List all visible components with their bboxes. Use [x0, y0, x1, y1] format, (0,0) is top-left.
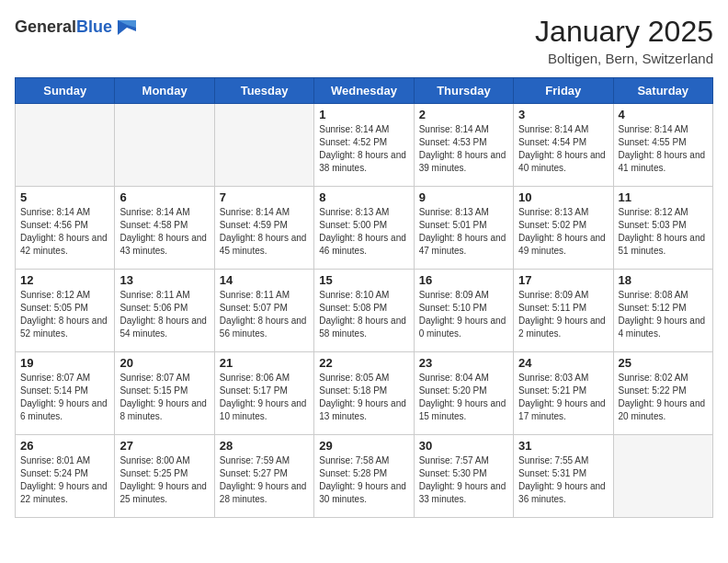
day-info: Sunrise: 8:02 AMSunset: 5:22 PMDaylight:… [619, 372, 708, 423]
calendar-cell [214, 104, 313, 187]
day-number: 28 [220, 439, 309, 453]
day-number: 13 [119, 273, 209, 287]
day-number: 1 [319, 108, 408, 121]
calendar-week-row: 26Sunrise: 8:01 AMSunset: 5:24 PMDayligh… [16, 435, 713, 518]
month-title: January 2025 [535, 15, 713, 49]
day-info: Sunrise: 8:07 AMSunset: 5:15 PMDaylight:… [119, 372, 209, 423]
day-number: 19 [20, 356, 109, 370]
day-number: 4 [619, 108, 708, 121]
day-info: Sunrise: 7:57 AMSunset: 5:30 PMDaylight:… [419, 454, 508, 506]
weekday-header-saturday: Saturday [613, 78, 712, 104]
day-number: 17 [518, 273, 608, 287]
calendar-cell: 17Sunrise: 8:09 AMSunset: 5:11 PMDayligh… [514, 270, 613, 352]
day-number: 5 [20, 190, 109, 204]
day-number: 20 [119, 356, 209, 370]
calendar-cell: 6Sunrise: 8:14 AMSunset: 4:58 PMDaylight… [115, 187, 214, 270]
day-info: Sunrise: 8:14 AMSunset: 4:56 PMDaylight:… [20, 206, 109, 258]
calendar-cell: 22Sunrise: 8:05 AMSunset: 5:18 PMDayligh… [314, 352, 414, 435]
weekday-header-tuesday: Tuesday [214, 78, 313, 104]
day-info: Sunrise: 8:12 AMSunset: 5:05 PMDaylight:… [20, 289, 109, 340]
day-number: 16 [419, 273, 508, 287]
calendar-cell [16, 104, 115, 187]
weekday-header-sunday: Sunday [16, 78, 115, 104]
day-info: Sunrise: 8:06 AMSunset: 5:17 PMDaylight:… [220, 372, 309, 423]
day-info: Sunrise: 8:14 AMSunset: 4:59 PMDaylight:… [220, 206, 309, 258]
calendar-week-row: 1Sunrise: 8:14 AMSunset: 4:52 PMDaylight… [16, 104, 713, 187]
calendar-cell: 12Sunrise: 8:12 AMSunset: 5:05 PMDayligh… [16, 270, 115, 352]
calendar-week-row: 19Sunrise: 8:07 AMSunset: 5:14 PMDayligh… [16, 352, 713, 435]
calendar-header-row: SundayMondayTuesdayWednesdayThursdayFrid… [16, 78, 713, 104]
calendar-cell: 27Sunrise: 8:00 AMSunset: 5:25 PMDayligh… [115, 435, 214, 518]
day-info: Sunrise: 8:13 AMSunset: 5:00 PMDaylight:… [319, 206, 408, 258]
calendar-cell: 31Sunrise: 7:55 AMSunset: 5:31 PMDayligh… [514, 435, 613, 518]
day-info: Sunrise: 8:14 AMSunset: 4:53 PMDaylight:… [419, 123, 508, 175]
day-info: Sunrise: 8:11 AMSunset: 5:07 PMDaylight:… [220, 289, 309, 340]
day-number: 27 [119, 439, 209, 453]
calendar-cell: 11Sunrise: 8:12 AMSunset: 5:03 PMDayligh… [613, 187, 712, 270]
day-info: Sunrise: 8:03 AMSunset: 5:21 PMDaylight:… [518, 372, 608, 423]
day-number: 7 [220, 190, 309, 204]
day-info: Sunrise: 7:59 AMSunset: 5:27 PMDaylight:… [220, 454, 309, 506]
day-info: Sunrise: 8:13 AMSunset: 5:01 PMDaylight:… [419, 206, 508, 258]
calendar-cell: 29Sunrise: 7:58 AMSunset: 5:28 PMDayligh… [314, 435, 414, 518]
calendar-cell: 24Sunrise: 8:03 AMSunset: 5:21 PMDayligh… [514, 352, 613, 435]
day-number: 10 [518, 190, 608, 204]
day-info: Sunrise: 8:07 AMSunset: 5:14 PMDaylight:… [20, 372, 109, 423]
day-info: Sunrise: 8:00 AMSunset: 5:25 PMDaylight:… [119, 454, 209, 506]
calendar-cell: 4Sunrise: 8:14 AMSunset: 4:55 PMDaylight… [613, 104, 712, 187]
day-number: 8 [319, 190, 408, 204]
day-number: 30 [419, 439, 508, 453]
calendar-cell: 1Sunrise: 8:14 AMSunset: 4:52 PMDaylight… [314, 104, 414, 187]
weekday-header-monday: Monday [115, 78, 214, 104]
calendar-cell: 10Sunrise: 8:13 AMSunset: 5:02 PMDayligh… [514, 187, 613, 270]
day-number: 21 [220, 356, 309, 370]
calendar-cell [613, 435, 712, 518]
day-info: Sunrise: 8:09 AMSunset: 5:11 PMDaylight:… [518, 289, 608, 340]
weekday-header-friday: Friday [514, 78, 613, 104]
day-number: 3 [518, 108, 608, 121]
calendar-cell: 2Sunrise: 8:14 AMSunset: 4:53 PMDaylight… [414, 104, 513, 187]
day-info: Sunrise: 8:12 AMSunset: 5:03 PMDaylight:… [619, 206, 708, 258]
day-info: Sunrise: 7:58 AMSunset: 5:28 PMDaylight:… [319, 454, 408, 506]
day-info: Sunrise: 8:14 AMSunset: 4:52 PMDaylight:… [319, 123, 408, 175]
calendar-table: SundayMondayTuesdayWednesdayThursdayFrid… [15, 77, 713, 518]
calendar-cell: 21Sunrise: 8:06 AMSunset: 5:17 PMDayligh… [214, 352, 313, 435]
day-info: Sunrise: 8:14 AMSunset: 4:55 PMDaylight:… [619, 123, 708, 175]
calendar-cell: 13Sunrise: 8:11 AMSunset: 5:06 PMDayligh… [115, 270, 214, 352]
day-info: Sunrise: 8:14 AMSunset: 4:58 PMDaylight:… [119, 206, 209, 258]
logo-blue: Blue [76, 17, 112, 36]
calendar-cell: 25Sunrise: 8:02 AMSunset: 5:22 PMDayligh… [613, 352, 712, 435]
calendar-week-row: 5Sunrise: 8:14 AMSunset: 4:56 PMDaylight… [16, 187, 713, 270]
calendar-cell: 26Sunrise: 8:01 AMSunset: 5:24 PMDayligh… [16, 435, 115, 518]
calendar-cell: 14Sunrise: 8:11 AMSunset: 5:07 PMDayligh… [214, 270, 313, 352]
calendar-cell: 15Sunrise: 8:10 AMSunset: 5:08 PMDayligh… [314, 270, 414, 352]
calendar-cell: 18Sunrise: 8:08 AMSunset: 5:12 PMDayligh… [613, 270, 712, 352]
day-info: Sunrise: 8:08 AMSunset: 5:12 PMDaylight:… [619, 289, 708, 340]
day-number: 11 [619, 190, 708, 204]
calendar-cell: 23Sunrise: 8:04 AMSunset: 5:20 PMDayligh… [414, 352, 513, 435]
day-number: 14 [220, 273, 309, 287]
weekday-header-thursday: Thursday [414, 78, 513, 104]
day-info: Sunrise: 8:04 AMSunset: 5:20 PMDaylight:… [419, 372, 508, 423]
page-header: GeneralBlue January 2025 Boltigen, Bern,… [15, 15, 713, 66]
calendar-week-row: 12Sunrise: 8:12 AMSunset: 5:05 PMDayligh… [16, 270, 713, 352]
calendar-cell: 5Sunrise: 8:14 AMSunset: 4:56 PMDaylight… [16, 187, 115, 270]
calendar-cell: 28Sunrise: 7:59 AMSunset: 5:27 PMDayligh… [214, 435, 313, 518]
day-number: 18 [619, 273, 708, 287]
calendar-cell: 7Sunrise: 8:14 AMSunset: 4:59 PMDaylight… [214, 187, 313, 270]
day-number: 22 [319, 356, 408, 370]
day-info: Sunrise: 8:13 AMSunset: 5:02 PMDaylight:… [518, 206, 608, 258]
day-info: Sunrise: 8:10 AMSunset: 5:08 PMDaylight:… [319, 289, 408, 340]
logo-icon [114, 15, 140, 40]
day-info: Sunrise: 8:05 AMSunset: 5:18 PMDaylight:… [319, 372, 408, 423]
day-number: 2 [419, 108, 508, 121]
calendar-cell [115, 104, 214, 187]
calendar-cell: 20Sunrise: 8:07 AMSunset: 5:15 PMDayligh… [115, 352, 214, 435]
day-number: 26 [20, 439, 109, 453]
day-info: Sunrise: 8:14 AMSunset: 4:54 PMDaylight:… [518, 123, 608, 175]
title-block: January 2025 Boltigen, Bern, Switzerland [535, 15, 713, 66]
day-number: 6 [119, 190, 209, 204]
day-number: 12 [20, 273, 109, 287]
day-info: Sunrise: 8:01 AMSunset: 5:24 PMDaylight:… [20, 454, 109, 506]
calendar-cell: 30Sunrise: 7:57 AMSunset: 5:30 PMDayligh… [414, 435, 513, 518]
